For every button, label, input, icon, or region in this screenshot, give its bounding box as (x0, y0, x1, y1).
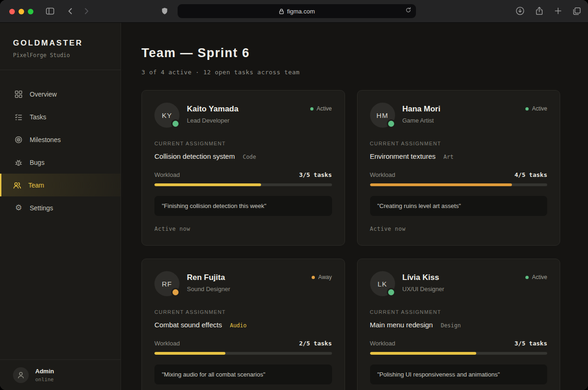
presence-text: Active now (154, 226, 332, 232)
member-role: Game Artist (403, 117, 441, 124)
brand-tagline: PixelForge Studio (13, 52, 108, 58)
main-content: Team — Sprint 6 3 of 4 active · 12 open … (121, 23, 588, 390)
status-badge: Active (310, 105, 332, 112)
traffic-lights (9, 9, 33, 14)
workload-bar-fill (154, 352, 225, 355)
user-name: Admin (35, 368, 54, 375)
task-count: 2/5 tasks (299, 340, 332, 347)
workload-bar-fill (370, 352, 477, 355)
presence-dot (171, 288, 180, 297)
assignment-label: CURRENT ASSIGNMENT (370, 141, 548, 146)
checklist-icon (14, 113, 23, 121)
sidebar-item-overview[interactable]: Overview (0, 83, 121, 105)
assignment-label: CURRENT ASSIGNMENT (154, 309, 332, 315)
team-member-card[interactable]: HM Hana Mori Game Artist Active CURRENT … (357, 90, 561, 246)
sidebar-item-label: Overview (30, 91, 57, 98)
target-icon (14, 136, 23, 144)
member-name: Kaito Yamada (187, 104, 238, 114)
team-member-card[interactable]: KY Kaito Yamada Lead Developer Active CU… (141, 90, 345, 246)
sidebar-nav: Overview Tasks Milestones (0, 70, 121, 219)
member-role: Sound Designer (187, 286, 230, 292)
browser-toolbar: figma.com (0, 0, 588, 23)
people-icon (13, 181, 21, 189)
workload-label: Workload (370, 340, 396, 347)
assignment-tag: Audio (230, 322, 247, 329)
sidebar-item-milestones[interactable]: Milestones (0, 128, 121, 151)
share-icon[interactable] (535, 6, 544, 16)
user-profile[interactable]: Admin online (0, 359, 121, 390)
workload-bar-fill (370, 183, 512, 186)
status-badge: Active (525, 274, 547, 280)
status-quote: "Polishing UI responsiveness and animati… (370, 364, 548, 384)
task-count: 3/5 tasks (515, 340, 547, 347)
member-name: Lívia Kiss (403, 273, 444, 282)
workload-label: Workload (154, 171, 180, 178)
browser-window: figma.com GOLDMASTER Pixel (0, 0, 588, 390)
assignment-tag: Design (441, 322, 460, 329)
status-quote: "Finishing collision detection this week… (154, 196, 332, 216)
back-icon[interactable] (66, 6, 75, 16)
lock-icon (279, 8, 284, 14)
avatar: KY (154, 103, 179, 128)
presence-text: Active now (370, 226, 548, 232)
status-dot (312, 276, 315, 279)
assignment-name: Collision detection system (154, 152, 235, 160)
presence-dot (387, 288, 396, 297)
status-label: Active (317, 105, 332, 112)
status-dot (310, 107, 313, 110)
workload-bar (154, 352, 332, 355)
assignment-label: CURRENT ASSIGNMENT (370, 309, 548, 315)
assignment-name: Main menu redesign (370, 321, 433, 329)
url-text: figma.com (287, 8, 315, 15)
status-quote: "Creating ruins level art assets" (370, 196, 548, 216)
reload-icon[interactable] (405, 6, 412, 13)
status-label: Active (532, 274, 547, 280)
assignment-tag: Code (243, 154, 256, 160)
presence-dot (387, 119, 396, 128)
member-role: Lead Developer (187, 117, 238, 124)
privacy-shield-icon[interactable] (160, 6, 169, 16)
address-bar[interactable]: figma.com (178, 4, 416, 18)
avatar: RF (154, 271, 179, 296)
sidebar-item-settings[interactable]: ⚙ Settings (0, 196, 121, 219)
tab-overview-icon[interactable] (572, 6, 582, 16)
workload-label: Workload (370, 171, 396, 178)
brand-name: GOLDMASTER (13, 39, 108, 48)
close-window-button[interactable] (9, 9, 15, 14)
presence-dot (171, 119, 180, 128)
workload-bar (154, 183, 332, 186)
app-sidebar: GOLDMASTER PixelForge Studio Overview Ta… (0, 23, 121, 390)
sidebar-item-bugs[interactable]: Bugs (0, 151, 121, 174)
member-name: Hana Mori (403, 104, 441, 114)
sidebar-item-label: Bugs (30, 159, 45, 166)
status-label: Active (532, 105, 547, 112)
workload-bar-fill (154, 183, 261, 186)
page-subtitle: 3 of 4 active · 12 open tasks across tea… (141, 69, 560, 76)
minimize-window-button[interactable] (19, 9, 24, 14)
sidebar-item-label: Team (28, 182, 44, 189)
assignment-tag: Art (443, 154, 454, 160)
team-member-card[interactable]: LK Lívia Kiss UX/UI Designer Active CURR… (357, 259, 561, 390)
new-tab-icon[interactable] (554, 6, 562, 16)
user-avatar-icon (13, 367, 29, 383)
assignment-label: CURRENT ASSIGNMENT (154, 141, 332, 146)
status-dot (525, 107, 529, 110)
forward-icon[interactable] (82, 6, 91, 16)
sidebar-item-tasks[interactable]: Tasks (0, 105, 121, 128)
status-label: Away (318, 274, 332, 280)
avatar: HM (370, 103, 395, 128)
sidebar-item-team[interactable]: Team (0, 174, 121, 196)
page-title: Team — Sprint 6 (141, 46, 560, 60)
status-badge: Active (525, 105, 547, 112)
member-role: UX/UI Designer (403, 286, 444, 292)
zoom-window-button[interactable] (28, 9, 33, 14)
status-badge: Away (312, 274, 332, 280)
downloads-icon[interactable] (515, 6, 525, 16)
status-quote: "Mixing audio for all combat scenarios" (154, 364, 332, 384)
toolbar-right-icons (515, 6, 582, 16)
team-member-card[interactable]: RF Ren Fujita Sound Designer Away CURREN… (141, 259, 345, 390)
status-dot (525, 276, 529, 279)
bug-icon (14, 158, 23, 167)
sidebar-toggle-icon[interactable] (45, 6, 55, 16)
task-count: 4/5 tasks (515, 171, 547, 178)
